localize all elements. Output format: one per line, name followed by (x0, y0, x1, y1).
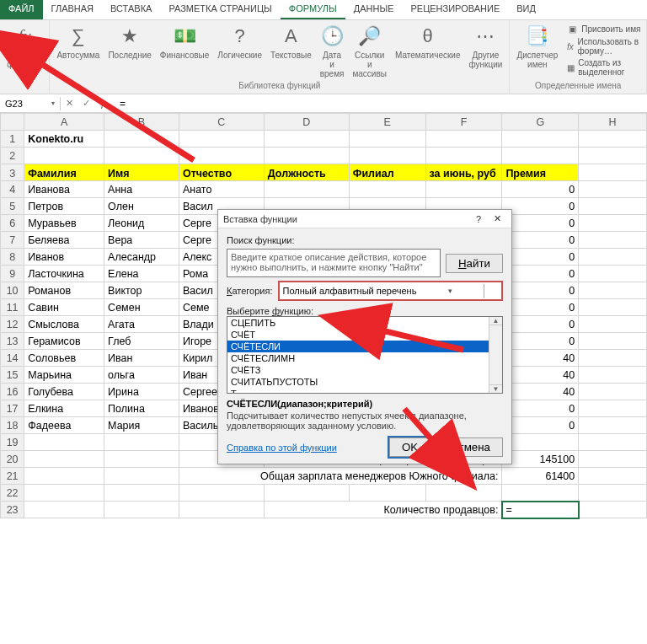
tab-insert[interactable]: ВСТАВКА (102, 0, 160, 19)
col-header-G[interactable]: G (502, 114, 579, 131)
search-label: Поиск функции: (227, 235, 503, 245)
function-description: СЧЁТЕСЛИ(диапазон;критерий) Подсчитывает… (227, 399, 503, 431)
tab-page-layout[interactable]: РАЗМЕТКА СТРАНИЦЫ (160, 0, 280, 19)
function-list-item[interactable]: СЧЁТЕСЛИМН (227, 352, 502, 364)
function-listbox[interactable]: СЦЕПИТЬСЧЁТСЧЁТЕСЛИСЧЁТЕСЛИМНСЧЁТЗСЧИТАТ… (227, 316, 503, 394)
col-header-B[interactable]: B (104, 114, 179, 131)
fx-button[interactable]: fx (94, 99, 115, 109)
question-icon: ? (235, 24, 245, 49)
col-header-F[interactable]: F (425, 114, 502, 131)
function-list-item[interactable]: СЧЁТЕСЛИ (227, 341, 502, 352)
function-list-item[interactable]: СЧИТАТЬПУСТОТЫ (227, 376, 502, 388)
formula-bar: G23 ✕ ✓ fx = (0, 94, 647, 113)
insert-function-button[interactable]: fx Вставить функцию (3, 22, 45, 71)
tab-data[interactable]: ДАННЫЕ (345, 0, 403, 19)
row-header[interactable]: 11 (1, 299, 24, 316)
row-header[interactable]: 18 (1, 417, 24, 434)
fx-icon: fx (18, 24, 31, 49)
row-header[interactable]: 14 (1, 350, 24, 367)
row-header[interactable]: 19 (1, 434, 24, 451)
assign-name-button[interactable]: ▣Присвоить имя (566, 22, 643, 35)
row-header[interactable]: 4 (1, 181, 24, 198)
row-header[interactable]: 16 (1, 384, 24, 400)
row-header[interactable]: 13 (1, 333, 24, 350)
col-header-C[interactable]: C (179, 114, 264, 131)
text-button[interactable]: AТекстовые (267, 22, 315, 62)
more-functions-button[interactable]: ⋯Другие функции (465, 22, 505, 71)
cell[interactable]: Konekto.ru (24, 131, 104, 148)
text-icon: A (285, 24, 297, 49)
name-manager-icon: 📑 (526, 24, 548, 49)
row-header[interactable]: 8 (1, 249, 24, 266)
row-header[interactable]: 7 (1, 232, 24, 249)
row-header[interactable]: 17 (1, 400, 24, 417)
row-header[interactable]: 5 (1, 198, 24, 215)
dialog-close-button[interactable]: ✕ (488, 213, 506, 224)
row-header[interactable]: 23 (1, 502, 24, 518)
col-header-D[interactable]: D (264, 114, 349, 131)
function-list-item[interactable]: СЦЕПИТЬ (227, 317, 502, 329)
dialog-title: Вставка функции (223, 214, 469, 224)
datetime-button[interactable]: 🕒Дата и время (317, 22, 348, 80)
math-button[interactable]: θМатематические (392, 22, 464, 62)
search-input[interactable]: Введите краткое описание действия, котор… (227, 249, 441, 277)
group-label-library: Библиотека функций (238, 81, 320, 92)
listbox-scrollbar[interactable] (489, 317, 502, 393)
logical-button[interactable]: ?Логические (214, 22, 265, 62)
col-header-A[interactable]: A (24, 114, 104, 131)
star-icon: ★ (121, 24, 138, 49)
col-header-E[interactable]: E (349, 114, 425, 131)
col-header-H[interactable]: H (579, 114, 647, 131)
insert-function-dialog: Вставка функции ? ✕ Поиск функции: Введи… (217, 209, 512, 464)
theta-icon: θ (423, 24, 433, 49)
recent-button[interactable]: ★Последние (104, 22, 154, 62)
ribbon: fx Вставить функцию ∑Автосумма ★Последни… (0, 20, 647, 94)
create-icon-icon: ▦ (566, 62, 575, 73)
function-list-item[interactable]: СЧЁТ (227, 329, 502, 341)
tab-view[interactable]: ВИД (508, 0, 544, 19)
use-in-formula-button[interactable]: fxИспользовать в форму… (566, 36, 643, 56)
formula-input[interactable]: = (115, 96, 647, 111)
select-all-corner[interactable] (1, 114, 24, 131)
row-header[interactable]: 12 (1, 316, 24, 333)
autosum-button[interactable]: ∑Автосумма (53, 22, 103, 62)
clock-icon: 🕒 (321, 24, 344, 49)
formula-enter-button[interactable]: ✓ (78, 98, 94, 109)
help-link[interactable]: Справка по этой функции (227, 443, 337, 453)
category-label: Категория: (227, 286, 273, 296)
row-header[interactable]: 10 (1, 282, 24, 299)
row-header[interactable]: 6 (1, 215, 24, 232)
ok-button[interactable]: OK (389, 437, 430, 457)
active-cell[interactable]: = (502, 502, 579, 518)
sigma-icon: ∑ (72, 24, 85, 49)
name-manager-button[interactable]: 📑Диспетчер имен (513, 22, 561, 71)
row-header[interactable]: 9 (1, 266, 24, 282)
more-icon: ⋯ (476, 24, 495, 49)
row-header[interactable]: 2 (1, 148, 24, 164)
function-list-item[interactable]: СЧЁТЗ (227, 364, 502, 376)
tab-formulas[interactable]: ФОРМУЛЫ (281, 0, 345, 19)
lookup-button[interactable]: 🔎Ссылки и массивы (349, 22, 390, 80)
formula-cancel-button[interactable]: ✕ (61, 98, 78, 109)
money-icon: 💵 (174, 24, 196, 49)
cancel-button[interactable]: Отмена (437, 437, 503, 457)
ribbon-tabs: ФАЙЛ ГЛАВНАЯ ВСТАВКА РАЗМЕТКА СТРАНИЦЫ Ф… (0, 0, 647, 20)
row-header[interactable]: 3 (1, 164, 24, 181)
category-select[interactable]: Полный алфавитный перечень▾ (278, 281, 504, 301)
tab-review[interactable]: РЕЦЕНЗИРОВАНИЕ (402, 0, 508, 19)
name-box[interactable]: G23 (0, 97, 61, 110)
select-function-label: Выберите функцию: (227, 306, 503, 316)
tab-home[interactable]: ГЛАВНАЯ (43, 0, 102, 19)
tab-file[interactable]: ФАЙЛ (0, 0, 43, 19)
row-header[interactable]: 21 (1, 468, 24, 485)
row-header[interactable]: 20 (1, 451, 24, 468)
group-label-names: Определенные имена (535, 81, 621, 92)
find-button[interactable]: Найти (446, 254, 503, 273)
create-from-selection-button[interactable]: ▦Создать из выделенног (566, 57, 643, 78)
dialog-help-button[interactable]: ? (469, 214, 488, 224)
function-list-item[interactable]: Т (227, 388, 502, 394)
row-header[interactable]: 15 (1, 367, 24, 384)
row-header[interactable]: 22 (1, 485, 24, 502)
row-header[interactable]: 1 (1, 131, 24, 148)
financial-button[interactable]: 💵Финансовые (157, 22, 213, 62)
